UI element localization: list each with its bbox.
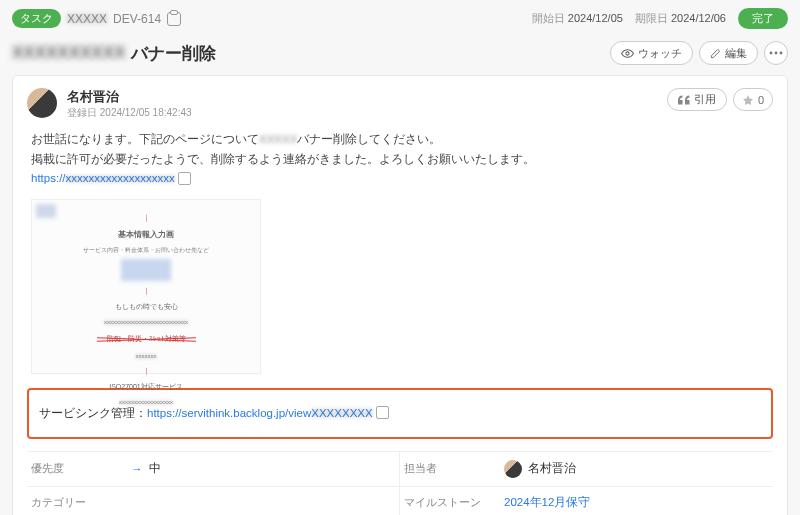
author-name[interactable]: 名村晋治 bbox=[67, 88, 192, 106]
edit-button[interactable]: 編集 bbox=[699, 41, 758, 65]
priority-value: 中 bbox=[149, 461, 161, 476]
assignee-value[interactable]: 名村晋治 bbox=[528, 461, 576, 476]
copy-icon[interactable] bbox=[180, 174, 191, 185]
highlight-label: サービシンク管理： bbox=[39, 407, 147, 419]
category-label: カテゴリー bbox=[31, 495, 121, 510]
comment-link-blur: xxxxxxxxxxxxxxxxxxx bbox=[66, 172, 175, 184]
att-strike: 防犯・防災・ｽﾚｯﾄ対策等 bbox=[101, 331, 192, 347]
registered-at: 登録日 2024/12/05 18:42:43 bbox=[67, 106, 192, 120]
att-blur1 bbox=[121, 259, 171, 281]
header-top: タスク XXXXX DEV-614 開始日 2024/12/05 期限日 202… bbox=[12, 0, 788, 37]
start-date-label: 開始日 bbox=[532, 12, 565, 24]
attachment-thumbnail[interactable]: ｜ 基本情報入力画 サービス内容・料金体系・お問い合わせ先など ｜ もしもの時で… bbox=[31, 199, 261, 374]
watch-button[interactable]: ウォッチ bbox=[610, 41, 693, 65]
due-date-label: 期限日 bbox=[635, 12, 668, 24]
quote-button[interactable]: 引用 bbox=[667, 88, 727, 111]
comment-body: お世話になります。下記のページについてXXXXXバナー削除してください。 掲載に… bbox=[27, 130, 773, 374]
task-prefix-blur: XXXXX bbox=[67, 12, 107, 26]
quote-label: 引用 bbox=[694, 92, 716, 107]
att-blur2: xxxxxxxxxxxxxxxxxxxxxxxxxxxx bbox=[40, 317, 252, 327]
assignee-avatar bbox=[504, 460, 522, 478]
assignee-label: 担当者 bbox=[404, 461, 494, 476]
watch-label: ウォッチ bbox=[638, 46, 682, 61]
milestone-value[interactable]: 2024年12月保守 bbox=[504, 495, 590, 510]
svg-point-2 bbox=[775, 52, 778, 55]
comment-link[interactable]: https:// bbox=[31, 172, 66, 184]
star-icon bbox=[742, 94, 754, 106]
field-priority: 優先度 → 中 bbox=[27, 452, 400, 487]
star-badge[interactable]: 0 bbox=[733, 88, 773, 111]
att-blur4: xxxxxxxxxxxxxxxxxx bbox=[40, 397, 252, 407]
quote-icon bbox=[678, 95, 690, 105]
svg-point-1 bbox=[770, 52, 773, 55]
svg-point-0 bbox=[626, 51, 629, 54]
start-date: 2024/12/05 bbox=[568, 12, 623, 24]
copy-icon-2[interactable] bbox=[378, 408, 389, 419]
svg-point-3 bbox=[780, 52, 783, 55]
field-milestone: マイルストーン 2024年12月保守 bbox=[400, 487, 773, 515]
att-tiny1: サービス内容・料金体系・お問い合わせ先など bbox=[40, 245, 252, 255]
eye-icon bbox=[621, 47, 634, 60]
title-row: XXXXXXXXXX バナー削除 ウォッチ 編集 bbox=[12, 37, 788, 75]
clipboard-icon[interactable] bbox=[167, 12, 181, 26]
priority-arrow-icon: → bbox=[131, 463, 143, 475]
task-badge: タスク bbox=[12, 9, 61, 28]
att-sub1: もしもの時でも安心 bbox=[40, 301, 252, 313]
att-blur3: xxxxxxx bbox=[40, 351, 252, 361]
highlight-link[interactable]: https://servithink.backlog.jp/view bbox=[147, 407, 311, 419]
field-assignee: 担当者 名村晋治 bbox=[400, 452, 773, 487]
page-title: バナー削除 bbox=[131, 42, 216, 65]
dots-icon bbox=[769, 51, 783, 55]
due-date: 2024/12/06 bbox=[671, 12, 726, 24]
status-badge: 完了 bbox=[738, 8, 788, 29]
star-count: 0 bbox=[758, 94, 764, 106]
att-sub2: ISO27001対応サービス bbox=[40, 381, 252, 393]
comment-line1b: バナー削除してください。 bbox=[297, 133, 441, 145]
highlight-box: サービシンク管理：https://servithink.backlog.jp/v… bbox=[27, 388, 773, 439]
task-key[interactable]: DEV-614 bbox=[113, 12, 161, 26]
att-heading: 基本情報入力画 bbox=[40, 228, 252, 242]
highlight-blur: XXXXXXXX bbox=[311, 407, 372, 419]
field-category: カテゴリー bbox=[27, 487, 400, 515]
milestone-label: マイルストーン bbox=[404, 495, 494, 510]
avatar[interactable] bbox=[27, 88, 57, 118]
comment-blur1: XXXXX bbox=[259, 133, 297, 145]
issue-card: 名村晋治 登録日 2024/12/05 18:42:43 引用 0 お世話になり… bbox=[12, 75, 788, 515]
comment-line2: 掲載に許可が必要だったようで、削除するよう連絡がきました。よろしくお願いいたしま… bbox=[31, 150, 773, 170]
priority-label: 優先度 bbox=[31, 461, 121, 476]
fields-grid: 優先度 → 中 担当者 名村晋治 カテゴリー マイルストーン 2024年12月保… bbox=[27, 451, 773, 515]
edit-label: 編集 bbox=[725, 46, 747, 61]
more-button[interactable] bbox=[764, 41, 788, 65]
pencil-icon bbox=[710, 48, 721, 59]
title-prefix-blur: XXXXXXXXXX bbox=[12, 43, 125, 63]
comment-line1a: お世話になります。下記のページについて bbox=[31, 133, 259, 145]
